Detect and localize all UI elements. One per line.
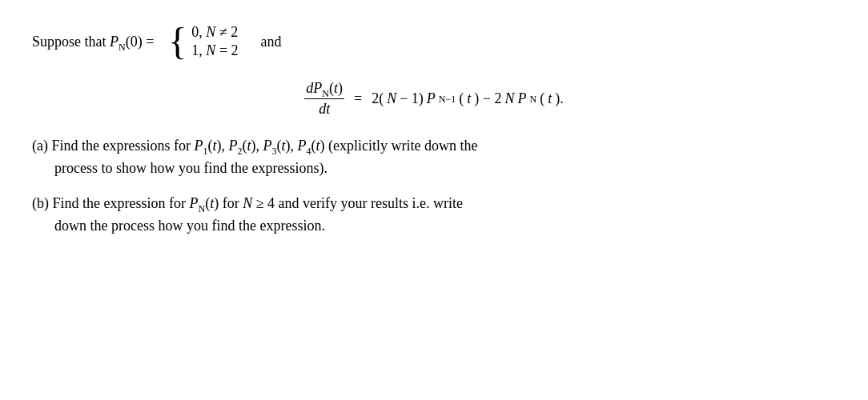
frac-num-sub: N (322, 88, 329, 99)
fraction-denominator: dt (317, 99, 332, 118)
part-a: (a) Find the expressions for P1(t), P2(t… (32, 135, 836, 180)
case-2-text: 1, N = 2 (191, 42, 238, 59)
part-b-label: (b) (32, 195, 49, 211)
fraction: dPN(t) dt (304, 80, 344, 118)
pn-sub: N (119, 41, 126, 52)
case-1-text: 0, N ≠ 2 (191, 24, 238, 41)
case-row-2: 1, N = 2 (191, 42, 238, 59)
fraction-numerator: dPN(t) (304, 80, 344, 99)
left-brace: { (168, 22, 187, 61)
differential-equation: dPN(t) dt = 2(N − 1)PN−1(t) − 2NPN(t). (32, 80, 836, 118)
part-a-text: Find the expressions for P1(t), P2(t), P… (51, 138, 477, 154)
part-b-line2: down the process how you find the expres… (32, 218, 325, 234)
suppose-section: Suppose that PN(0) = { 0, N ≠ 2 1, N = 2… (32, 22, 836, 61)
case-row-1: 0, N ≠ 2 (191, 24, 238, 41)
suppose-label: Suppose that PN(0) = (32, 34, 154, 50)
part-b: (b) Find the expression for PN(t) for N … (32, 193, 836, 238)
equals: = (354, 90, 362, 107)
part-a-line2: process to show how you find the express… (32, 160, 328, 176)
part-a-label: (a) (32, 138, 48, 154)
page-content: Suppose that PN(0) = { 0, N ≠ 2 1, N = 2… (0, 0, 868, 400)
brace-group: { 0, N ≠ 2 1, N = 2 (168, 22, 238, 61)
part-b-text: Find the expression for PN(t) for N ≥ 4 … (53, 195, 463, 211)
cases-list: 0, N ≠ 2 1, N = 2 (191, 24, 238, 59)
and-word: and (261, 34, 282, 50)
rhs-expression: 2(N − 1)PN−1(t) − 2NPN(t). (372, 90, 563, 107)
